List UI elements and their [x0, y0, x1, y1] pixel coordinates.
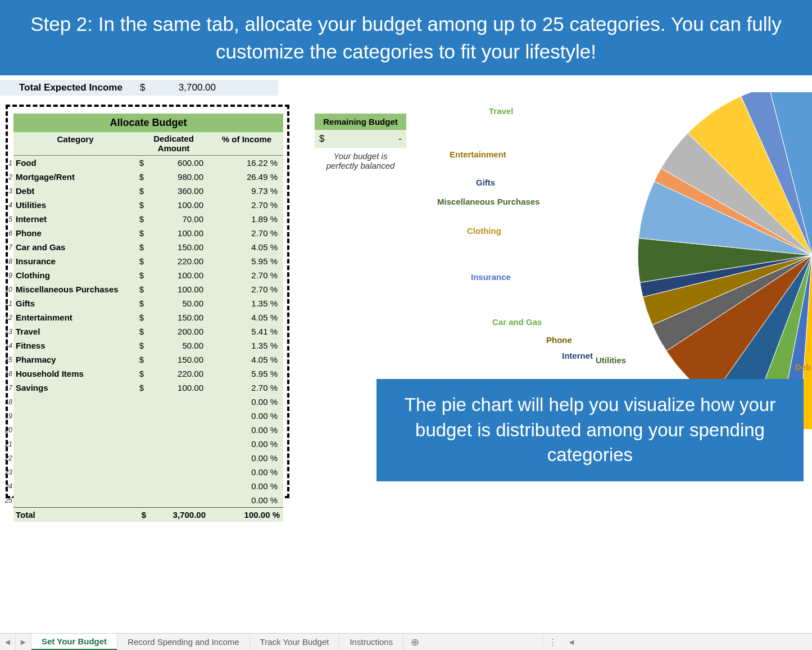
table-row[interactable]: 210.00 % [13, 437, 283, 451]
amount-cell[interactable]: 360.00 [144, 186, 208, 196]
pct-cell: 1.89 % [208, 214, 281, 224]
row-number: 25 [3, 496, 12, 504]
row-number: 20 [3, 426, 12, 434]
category-cell[interactable]: Savings [13, 383, 135, 392]
pct-cell: 0.00 % [208, 467, 281, 477]
pct-cell: 1.35 % [208, 299, 281, 308]
instruction-banner-bottom: The pie chart will help you visualize ho… [376, 379, 804, 481]
table-row[interactable]: 220.00 % [13, 451, 283, 465]
pct-cell: 4.05 % [208, 242, 281, 252]
category-cell[interactable]: Internet [13, 214, 135, 224]
pct-cell: 5.95 % [208, 369, 281, 378]
add-sheet-button[interactable]: ⊕ [403, 634, 426, 650]
pct-cell: 9.73 % [208, 186, 281, 196]
table-row[interactable]: 11Gifts$50.001.35 % [13, 296, 283, 310]
table-row[interactable]: 8Insurance$220.005.95 % [13, 254, 283, 268]
category-cell[interactable]: Debt [13, 186, 135, 196]
scroll-left-icon[interactable]: ◄ [566, 637, 577, 647]
amount-cell[interactable]: 150.00 [144, 242, 208, 252]
table-row[interactable]: 7Car and Gas$150.004.05 % [13, 240, 283, 254]
currency-cell: $ [135, 285, 144, 294]
pie-slice-label: Travel [489, 106, 513, 116]
amount-cell[interactable]: 100.00 [144, 228, 208, 238]
table-row[interactable]: 240.00 % [13, 479, 283, 493]
amount-cell[interactable]: 220.00 [144, 256, 208, 266]
category-cell[interactable]: Insurance [13, 256, 135, 266]
category-cell[interactable]: Car and Gas [13, 242, 135, 252]
currency-cell: $ [135, 214, 144, 224]
allocate-budget-table[interactable]: Allocate Budget Category Dedicated Amoun… [13, 114, 283, 522]
table-row[interactable]: 230.00 % [13, 465, 283, 479]
sheet-tab[interactable]: Set Your Budget [31, 634, 117, 650]
amount-cell[interactable]: 150.00 [144, 313, 208, 322]
currency-cell: $ [135, 355, 144, 364]
table-row[interactable]: 200.00 % [13, 423, 283, 437]
table-row[interactable]: 250.00 % [13, 493, 283, 507]
table-row[interactable]: 9Clothing$100.002.70 % [13, 268, 283, 282]
table-row[interactable]: 14Fitness$50.001.35 % [13, 338, 283, 353]
remaining-value: - [398, 133, 402, 145]
horizontal-scrollbar[interactable]: ⋮ ◄ [542, 634, 812, 650]
drag-handle-icon[interactable]: ⋮ [548, 637, 558, 647]
amount-cell[interactable]: 220.00 [144, 369, 208, 378]
amount-cell[interactable]: 50.00 [144, 299, 208, 308]
category-cell[interactable]: Travel [13, 327, 135, 336]
table-row[interactable]: 4Utilities$100.002.70 % [13, 198, 283, 212]
table-row[interactable]: 5Internet$70.001.89 % [13, 212, 283, 226]
table-row[interactable]: 15Pharmacy$150.004.05 % [13, 353, 283, 367]
category-cell[interactable]: Clothing [13, 270, 135, 280]
category-cell[interactable]: Entertainment [13, 313, 135, 322]
row-number: 2 [3, 173, 12, 181]
amount-cell[interactable]: 150.00 [144, 355, 208, 364]
row-number: 16 [3, 370, 12, 378]
category-cell[interactable]: Fitness [13, 341, 135, 350]
category-cell[interactable]: Pharmacy [13, 355, 135, 364]
amount-cell[interactable]: 100.00 [144, 200, 208, 210]
table-row[interactable]: 2Mortgage/Rent$980.0026.49 % [13, 170, 283, 184]
table-row[interactable]: 13Travel$200.005.41 % [13, 324, 283, 338]
pie-slice-label: Deb [795, 362, 811, 372]
category-cell[interactable]: Gifts [13, 299, 135, 308]
row-number: 4 [3, 201, 12, 209]
table-row[interactable]: 12Entertainment$150.004.05 % [13, 310, 283, 324]
pie-slice-label: Clothing [467, 226, 501, 236]
amount-cell[interactable]: 100.00 [144, 285, 208, 294]
sheet-tab[interactable]: Track Your Budget [250, 634, 340, 650]
sheet-tab-bar[interactable]: ◄ ► Set Your BudgetRecord Spending and I… [0, 633, 812, 650]
amount-cell[interactable]: 100.00 [144, 270, 208, 280]
sheet-tab[interactable]: Record Spending and Income [117, 634, 250, 650]
amount-cell[interactable]: 200.00 [144, 327, 208, 336]
category-cell[interactable]: Food [13, 158, 135, 168]
category-cell[interactable]: Household Items [13, 369, 135, 378]
category-cell[interactable]: Miscellaneous Purchases [13, 285, 135, 294]
table-row[interactable]: 190.00 % [13, 409, 283, 423]
total-label: Total [13, 510, 137, 520]
table-row[interactable]: 3Debt$360.009.73 % [13, 184, 283, 198]
sheet-tab[interactable]: Instructions [339, 634, 403, 650]
col-dedicated-amount: Dedicated Amount [137, 132, 210, 155]
tab-nav-prev-icon[interactable]: ◄ [0, 634, 16, 650]
category-cell[interactable]: Phone [13, 228, 135, 238]
amount-cell[interactable]: 100.00 [144, 383, 208, 392]
table-row[interactable]: 1Food$600.0016.22 % [13, 156, 283, 170]
table-row[interactable]: 16Household Items$220.005.95 % [13, 367, 283, 381]
amount-cell[interactable]: 980.00 [144, 172, 208, 182]
amount-cell[interactable]: 600.00 [144, 158, 208, 168]
currency-cell: $ [135, 313, 144, 322]
category-cell[interactable]: Mortgage/Rent [13, 172, 135, 182]
table-row[interactable]: 17Savings$100.002.70 % [13, 381, 283, 395]
table-row[interactable]: 180.00 % [13, 395, 283, 409]
table-row[interactable]: 10Miscellaneous Purchases$100.002.70 % [13, 282, 283, 296]
pct-cell: 0.00 % [208, 425, 281, 435]
remaining-budget-title: Remaining Budget [315, 114, 406, 130]
pct-cell: 2.70 % [208, 383, 281, 392]
table-row[interactable]: 6Phone$100.002.70 % [13, 226, 283, 240]
amount-cell[interactable]: 50.00 [144, 341, 208, 350]
amount-cell[interactable]: 70.00 [144, 214, 208, 224]
category-cell[interactable]: Utilities [13, 200, 135, 210]
allocate-budget-title: Allocate Budget [13, 114, 283, 132]
currency-cell: $ [135, 228, 144, 238]
total-amount: 3,700.00 [146, 510, 210, 520]
tab-nav-next-icon[interactable]: ► [16, 634, 31, 650]
pct-cell: 5.41 % [208, 327, 281, 336]
